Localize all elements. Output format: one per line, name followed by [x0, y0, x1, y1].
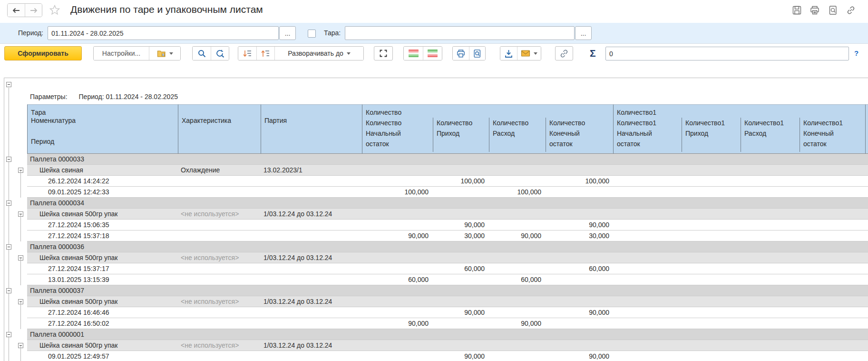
cell-batch[interactable]: 1/03.12.24 до 03.12.24 — [261, 252, 362, 263]
cell-batch[interactable] — [261, 241, 362, 252]
cell-q-end[interactable] — [545, 154, 613, 165]
cell-q1-begin[interactable] — [613, 231, 681, 241]
preview-button[interactable] — [827, 4, 839, 16]
cell-q-out[interactable] — [488, 351, 545, 361]
cell-q1-end[interactable] — [799, 274, 865, 285]
cell-q-in[interactable] — [432, 209, 488, 220]
cell-q1-end[interactable] — [799, 187, 865, 198]
cell-q1-end[interactable] — [799, 252, 865, 263]
cell-q1-in[interactable] — [681, 176, 740, 187]
cell-q1-end[interactable] — [799, 318, 865, 329]
cell-characteristic[interactable] — [178, 318, 261, 329]
row-expander[interactable] — [6, 332, 11, 337]
cell-q-in[interactable]: 100,000 — [432, 176, 488, 187]
cell-q1-in[interactable] — [681, 340, 740, 351]
cell-q-in[interactable] — [432, 154, 488, 165]
cell-batch[interactable] — [261, 307, 362, 318]
cell-characteristic[interactable] — [178, 307, 261, 318]
cell-q1-in[interactable] — [681, 252, 740, 263]
cell-characteristic[interactable]: Охлаждение — [178, 165, 261, 176]
row-expander[interactable] — [6, 288, 11, 293]
cell-name[interactable]: Шейка свиная 500гр упак — [27, 296, 178, 307]
cell-q1-begin[interactable] — [613, 274, 681, 285]
cell-q-in[interactable] — [432, 241, 488, 252]
cell-characteristic[interactable] — [178, 241, 261, 252]
cell-q1-out[interactable] — [740, 351, 799, 361]
print-button[interactable] — [809, 4, 820, 16]
cell-q1-begin[interactable] — [613, 198, 681, 209]
cell-q1-begin[interactable] — [613, 307, 681, 318]
cell-q-begin[interactable]: 100,000 — [362, 187, 432, 198]
cell-q1-out[interactable] — [740, 241, 799, 252]
cell-batch[interactable] — [261, 231, 362, 241]
cell-characteristic[interactable] — [178, 154, 261, 165]
cell-q-out[interactable] — [488, 154, 545, 165]
cell-q-out[interactable]: 60,000 — [488, 274, 545, 285]
cell-characteristic[interactable]: <не используется> — [178, 209, 261, 220]
cell-q-in[interactable] — [432, 318, 488, 329]
cell-q1-end[interactable] — [799, 241, 865, 252]
cell-q-begin[interactable]: 60,000 — [362, 274, 432, 285]
cell-name[interactable]: Паллета 0000034 — [27, 198, 178, 209]
cell-q1-out[interactable] — [740, 198, 799, 209]
cell-q-in[interactable] — [432, 340, 488, 351]
cell-q1-begin[interactable] — [613, 285, 681, 296]
cell-characteristic[interactable] — [178, 329, 261, 340]
generate-button[interactable]: Сформировать — [4, 46, 82, 60]
cell-q-out[interactable] — [488, 209, 545, 220]
period-more-button[interactable]: ... — [279, 26, 296, 40]
cell-q1-out[interactable] — [740, 274, 799, 285]
cell-q-begin[interactable] — [362, 209, 432, 220]
cell-q1-begin[interactable] — [613, 263, 681, 274]
cell-q-begin[interactable] — [362, 329, 432, 340]
cell-q-begin[interactable] — [362, 351, 432, 361]
cell-q-begin[interactable] — [362, 296, 432, 307]
cell-q-in[interactable] — [432, 165, 488, 176]
cell-name[interactable]: 27.12.2024 15:06:35 — [27, 220, 178, 231]
cell-q1-end[interactable] — [799, 198, 865, 209]
collapse-all-button[interactable] — [256, 47, 274, 60]
cell-batch[interactable] — [261, 351, 362, 361]
cell-q1-end[interactable] — [799, 176, 865, 187]
cell-name[interactable]: Паллета 0000001 — [27, 329, 178, 340]
cell-q-begin[interactable] — [362, 165, 432, 176]
cell-q1-out[interactable] — [740, 165, 799, 176]
cell-q1-out[interactable] — [740, 209, 799, 220]
cell-q-in[interactable] — [432, 252, 488, 263]
cell-q1-end[interactable] — [799, 296, 865, 307]
cell-q-end[interactable]: 100,000 — [545, 176, 613, 187]
cell-characteristic[interactable] — [178, 187, 261, 198]
cell-q1-out[interactable] — [740, 318, 799, 329]
cell-q1-in[interactable] — [681, 285, 740, 296]
appearance-red-green-button[interactable] — [404, 47, 423, 60]
cell-q1-begin[interactable] — [613, 154, 681, 165]
tara-input[interactable] — [345, 26, 575, 40]
cell-q-begin[interactable] — [362, 307, 432, 318]
cell-q1-in[interactable] — [681, 198, 740, 209]
cell-q-out[interactable] — [488, 263, 545, 274]
search-next-button[interactable] — [211, 47, 229, 60]
cell-q-end[interactable] — [545, 285, 613, 296]
row-expander[interactable] — [6, 244, 11, 250]
cell-name[interactable]: Шейка свиная 500гр упак — [27, 252, 178, 263]
cell-name[interactable]: 26.12.2024 14:24:22 — [27, 176, 178, 187]
cell-q-out[interactable]: 90,000 — [488, 231, 545, 241]
cell-q1-in[interactable] — [681, 318, 740, 329]
cell-q-out[interactable]: 90,000 — [488, 318, 545, 329]
cell-q1-end[interactable] — [799, 154, 865, 165]
cell-q-in[interactable] — [432, 329, 488, 340]
print-report-button[interactable] — [453, 47, 469, 60]
cell-q-out[interactable] — [488, 252, 545, 263]
cell-q-begin[interactable] — [362, 263, 432, 274]
cell-q1-in[interactable] — [681, 187, 740, 198]
cell-q-in[interactable] — [432, 285, 488, 296]
cell-q-begin[interactable]: 90,000 — [362, 318, 432, 329]
cell-characteristic[interactable] — [178, 220, 261, 231]
cell-q-end[interactable] — [545, 165, 613, 176]
cell-q-out[interactable]: 100,000 — [488, 187, 545, 198]
cell-q-out[interactable] — [488, 165, 545, 176]
cell-batch[interactable]: 1/03.12.24 до 03.12.24 — [261, 296, 362, 307]
cell-q1-out[interactable] — [740, 220, 799, 231]
cell-q1-end[interactable] — [799, 263, 865, 274]
cell-q-in[interactable]: 90,000 — [432, 307, 488, 318]
